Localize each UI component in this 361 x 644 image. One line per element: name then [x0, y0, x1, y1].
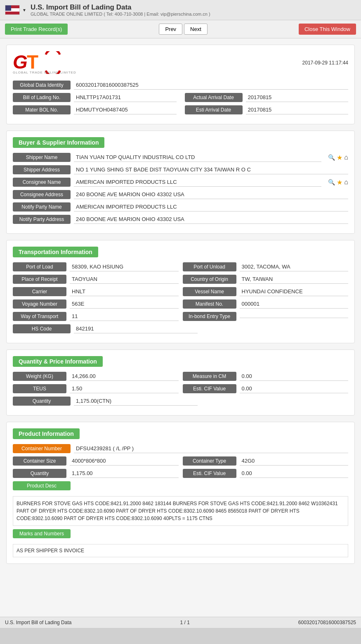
flag-icon — [5, 5, 20, 15]
port-of-unload-value: 3002, TACOMA, WA — [240, 262, 349, 271]
esti-arrival-date-label: Esti Arrival Date — [185, 105, 243, 114]
voyage-number-label: Voyage Number — [13, 299, 66, 309]
consignee-name-value: AMERICAN IMPORTED PRODUCTS LLC — [74, 178, 321, 187]
actual-arrival-date-value: 20170815 — [246, 93, 349, 102]
bill-of-lading-label: Bill of Lading No. — [13, 93, 71, 102]
way-of-transport-label: Way of Transport — [13, 312, 66, 321]
product-desc-label: Product Desc — [13, 481, 71, 490]
marks-numbers-section: Marks and Numbers AS PER SHIPPER S INVOI… — [13, 529, 348, 557]
dropdown-arrow[interactable]: ▼ — [22, 8, 26, 12]
footer-left: U.S. Import Bill of Lading Data — [5, 620, 71, 625]
mater-bol-value: HDMUTYOH0487405 — [74, 105, 177, 114]
main-content: G T GLOBAL TRADE ONLINE LIMITED 2017-09-… — [0, 38, 361, 617]
logo-row: G T GLOBAL TRADE ONLINE LIMITED 2017-09-… — [13, 51, 348, 74]
app-title: U.S. Import Bill of Lading Data — [31, 3, 356, 12]
quantity-label: Quantity — [13, 397, 71, 406]
place-of-receipt-col: Place of Receipt TAOYUAN — [13, 275, 179, 284]
prev-button[interactable]: Prev — [159, 24, 182, 35]
notify-party-address-label: Notify Party Address — [13, 215, 71, 224]
notify-party-name-label: Notify Party Name — [13, 202, 71, 211]
bol-row: Bill of Lading No. HNLTTP17A01731 Actual… — [13, 93, 348, 102]
shipper-home-icon[interactable]: ⌂ — [344, 154, 348, 161]
logo-subtitle: GLOBAL TRADE ONLINE LIMITED — [13, 71, 76, 74]
timestamp: 2017-09-29 11:17:44 — [302, 60, 348, 66]
transportation-card: Transportation Information Port of Load … — [6, 240, 355, 343]
identity-card: G T GLOBAL TRADE ONLINE LIMITED 2017-09-… — [6, 45, 355, 124]
carrier-label: Carrier — [13, 287, 66, 296]
quantity-price-header: Quantity & Price Information — [13, 356, 348, 372]
close-button[interactable]: Close This Window — [299, 24, 356, 35]
transportation-title: Transportation Information — [13, 247, 98, 257]
company-info: GLOBAL TRADE ONLINE LIMITED ( Tel: 400-7… — [31, 12, 356, 17]
consignee-star-icon[interactable]: ★ — [337, 178, 342, 186]
measure-col: Measure in CM 0.00 — [183, 372, 349, 381]
consignee-search-icon[interactable]: 🔍 — [328, 179, 335, 185]
esti-arrival-date-value: 20170815 — [246, 105, 349, 114]
product-header: Product Information — [13, 428, 348, 444]
way-of-transport-col: Way of Transport 11 — [13, 312, 179, 321]
inbond-entry-value — [240, 315, 349, 318]
teus-value: 1.50 — [70, 384, 179, 393]
country-of-origin-value: TW, TAIWAN — [240, 275, 349, 284]
port-of-load-label: Port of Load — [13, 262, 66, 271]
manifest-no-col: Manifest No. 000001 — [183, 299, 349, 309]
carrier-col: Carrier HNLT — [13, 287, 179, 296]
shipper-star-icon[interactable]: ★ — [337, 154, 342, 162]
port-of-load-value: 58309, KAO HSIUNG — [70, 262, 179, 271]
container-size-label: Container Size — [13, 456, 66, 466]
carrier-vessel-row: Carrier HNLT Vessel Name HYUNDAI CONFIDE… — [13, 287, 348, 296]
product-esti-cif-col: Esti. CIF Value 0.00 — [183, 469, 349, 478]
product-esti-cif-label: Esti. CIF Value — [183, 469, 236, 478]
notify-party-address-row: Notify Party Address 240 BOONE AVE MARIO… — [13, 215, 348, 224]
mater-bol-row: Mater BOL No. HDMUTYOH0487405 Esti Arriv… — [13, 105, 348, 114]
inbond-entry-label: In-bond Entry Type — [183, 312, 236, 321]
buyer-supplier-title: Buyer & Supplier Information — [13, 137, 104, 148]
notify-party-name-row: Notify Party Name AMERICAN IMPORTED PROD… — [13, 202, 348, 211]
shipper-search-icon[interactable]: 🔍 — [328, 154, 335, 161]
weight-measure-row: Weight (KG) 14,266.00 Measure in CM 0.00 — [13, 372, 348, 381]
weight-value: 14,266.00 — [70, 372, 179, 381]
bill-of-lading-value: HNLTTP17A01731 — [74, 93, 177, 102]
product-quantity-col: Quantity 1,175.00 — [13, 469, 179, 478]
carrier-value: HNLT — [70, 287, 179, 296]
voyage-manifest-row: Voyage Number 563E Manifest No. 000001 — [13, 299, 348, 309]
footer-center: 1 / 1 — [180, 620, 189, 625]
way-inbond-row: Way of Transport 11 In-bond Entry Type — [13, 312, 348, 321]
next-button[interactable]: Next — [184, 24, 208, 35]
product-desc-section: Product Desc BURNERS FOR STOVE GAS HTS C… — [13, 481, 348, 526]
consignee-home-icon[interactable]: ⌂ — [344, 178, 348, 186]
container-type-label: Container Type — [183, 456, 236, 466]
voyage-number-value: 563E — [70, 299, 179, 309]
consignee-address-value: 240 BOONE AVE MARION OHIO 43302 USA — [74, 190, 348, 199]
receipt-origin-row: Place of Receipt TAOYUAN Country of Orig… — [13, 275, 348, 284]
quantity-value: 1,175.00(CTN) — [74, 397, 198, 406]
container-size-col: Container Size 4000*806*800 — [13, 456, 179, 466]
vessel-name-label: Vessel Name — [183, 287, 236, 296]
global-data-identity-row: Global Data Identity 6003201708160003875… — [13, 81, 348, 90]
notify-party-address-value: 240 BOONE AVE MARION OHIO 43302 USA — [74, 215, 348, 224]
esti-cif-value: 0.00 — [240, 384, 349, 393]
shipper-address-value: NO 1 YUNG SHING ST BADE DIST TAOYUAN CIT… — [74, 165, 348, 174]
consignee-address-row: Consignee Address 240 BOONE AVE MARION O… — [13, 190, 348, 199]
buyer-supplier-header: Buyer & Supplier Information — [13, 137, 348, 153]
product-card: Product Information Container Number DFS… — [6, 422, 355, 564]
inbond-entry-col: In-bond Entry Type — [183, 312, 349, 321]
quantity-price-title: Quantity & Price Information — [13, 356, 103, 367]
manifest-no-label: Manifest No. — [183, 299, 236, 309]
manifest-no-value: 000001 — [240, 299, 349, 309]
shipper-address-row: Shipper Address NO 1 YUNG SHING ST BADE … — [13, 165, 348, 174]
svg-text:G: G — [13, 51, 28, 73]
country-of-origin-label: Country of Origin — [183, 275, 236, 284]
way-of-transport-value: 11 — [70, 312, 179, 321]
toolbar: Print Trade Record(s) Prev Next Close Th… — [0, 20, 361, 38]
voyage-number-col: Voyage Number 563E — [13, 299, 179, 309]
footer-right: 600320170816000387525 — [298, 620, 356, 625]
port-of-unload-col: Port of Unload 3002, TACOMA, WA — [183, 262, 349, 271]
transportation-header: Transportation Information — [13, 247, 348, 262]
print-button[interactable]: Print Trade Record(s) — [5, 24, 68, 35]
consignee-name-label: Consignee Name — [13, 178, 71, 187]
port-of-unload-label: Port of Unload — [183, 262, 236, 271]
quantity-row: Quantity 1,175.00(CTN) — [13, 397, 348, 406]
country-of-origin-col: Country of Origin TW, TAIWAN — [183, 275, 349, 284]
port-of-load-col: Port of Load 58309, KAO HSIUNG — [13, 262, 179, 271]
